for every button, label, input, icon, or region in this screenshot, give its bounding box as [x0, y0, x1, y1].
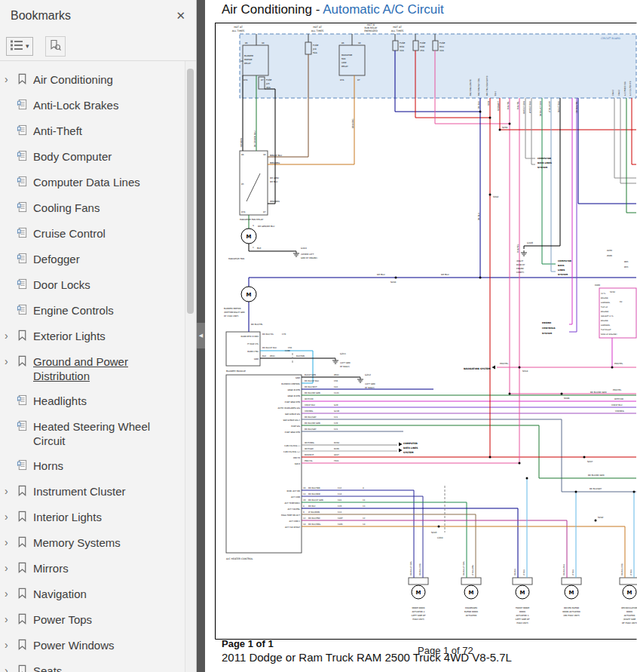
svg-text:PASSENGER: PASSENGER	[465, 606, 477, 609]
options-list-icon	[10, 40, 23, 53]
svg-text:C21: C21	[334, 416, 338, 419]
panel-title: Bookmarks	[11, 9, 71, 23]
svg-text:16: 16	[303, 487, 306, 489]
bookmark-item-headlights[interactable]: Headlights	[0, 388, 185, 414]
bookmark-label: Power Windows	[33, 638, 115, 652]
expand-chevron-icon[interactable]: ›	[5, 613, 17, 626]
bookmark-item-mirrors[interactable]: ›Mirrors	[0, 556, 185, 581]
svg-text:DK BLU/LT GRN: DK BLU/LT GRN	[463, 561, 465, 575]
bookmark-item-navigation[interactable]: ›Navigation	[0, 581, 185, 607]
svg-text:SIDE OF ENGINE): SIDE OF ENGINE)	[301, 257, 317, 259]
expand-chevron-icon[interactable]: ›	[5, 511, 17, 523]
svg-text:FUSE: FUSE	[420, 41, 426, 44]
bookmark-label: Cruise Control	[33, 226, 106, 241]
expand-chevron-icon[interactable]: ›	[5, 485, 17, 498]
bookmark-options-button[interactable]: ▾	[6, 37, 33, 56]
svg-text:S256: S256	[502, 126, 508, 129]
svg-text:SYSTEM: SYSTEM	[403, 451, 414, 454]
svg-text:PNK/YEL: PNK/YEL	[614, 362, 623, 365]
bookmark-icon	[17, 329, 33, 344]
svg-text:20: 20	[303, 499, 306, 502]
bookmark-label: Engine Controls	[33, 303, 114, 318]
document-view: Air Conditioning - Automatic A/C Circuit…	[205, 0, 637, 672]
svg-text:EVAP SNSE RTN: EVAP SNSE RTN	[285, 401, 300, 404]
svg-text:FUSE: FUSE	[313, 44, 319, 47]
svg-text:DK BLU/PNK: DK BLU/PNK	[563, 564, 565, 575]
svg-text:LT BLU: LT BLU	[572, 569, 574, 575]
svg-text:M: M	[569, 590, 574, 596]
svg-text:SSR SUNLD SIG 2: SSR SUNLD SIG 2	[283, 419, 300, 422]
bookmark-item-computer-data-lines[interactable]: Computer Data Lines	[0, 170, 185, 195]
svg-text:(LEFT SIDE OF: (LEFT SIDE OF	[515, 618, 529, 621]
panel-splitter[interactable]: ◀	[197, 0, 205, 672]
bookmark-label: Anti-Lock Brakes	[33, 98, 118, 112]
svg-text:G211: G211	[340, 352, 346, 355]
svg-text:FAN: FAN	[341, 57, 345, 60]
bookmark-item-anti-theft[interactable]: Anti-Theft	[0, 118, 185, 144]
svg-text:F921: F921	[334, 460, 339, 462]
bookmark-item-body-computer[interactable]: Body Computer	[0, 144, 185, 170]
svg-text:ENERGIZED: ENERGIZED	[364, 29, 378, 32]
bookmark-item-interior-lights[interactable]: ›Interior Lights	[0, 505, 185, 530]
bookmark-item-exterior-lights[interactable]: ›Exterior Lights	[0, 324, 185, 349]
svg-text:C200: C200	[437, 536, 443, 539]
svg-text:LINES: LINES	[558, 268, 565, 272]
bookmark-item-ground-and-power-distribution[interactable]: ›Ground and Power Distribution	[0, 349, 185, 388]
page-icon	[17, 149, 33, 164]
bookmark-item-instrument-cluster[interactable]: ›Instrument Cluster	[0, 479, 185, 505]
svg-text:D55: D55	[624, 265, 629, 268]
bookmark-label: Ground and Power Distribution	[33, 354, 184, 383]
svg-text:D264: D264	[334, 442, 339, 444]
svg-text:RELAY: RELAY	[341, 65, 348, 68]
expand-chevron-icon[interactable]: ›	[5, 330, 17, 342]
svg-text:8: 8	[303, 505, 305, 508]
svg-text:30: 30	[263, 153, 266, 156]
bookmarks-panel: Bookmarks ✕ ▾ ›Air ConditioningAnti-Lock…	[0, 0, 197, 672]
expand-chevron-icon[interactable]: ›	[5, 664, 17, 672]
svg-text:DK BLU: DK BLU	[441, 273, 449, 276]
svg-text:M: M	[627, 590, 632, 596]
bookmark-label: Mirrors	[33, 561, 69, 575]
bookmark-item-cruise-control[interactable]: Cruise Control	[0, 221, 185, 247]
scrollbar-thumb[interactable]	[187, 69, 194, 314]
svg-text:DK BLU/PNK: DK BLU/PNK	[308, 517, 320, 520]
svg-text:HARNESS,: HARNESS,	[601, 324, 611, 327]
bookmark-item-air-conditioning[interactable]: ›Air Conditioning	[0, 67, 185, 93]
svg-text:ACTUATOR 1: ACTUATOR 1	[516, 614, 528, 617]
bookmark-item-engine-controls[interactable]: Engine Controls	[0, 298, 185, 324]
svg-text:M34: M34	[400, 45, 404, 48]
bookmark-item-door-locks[interactable]: Door Locks	[0, 272, 185, 298]
svg-text:C21: C21	[334, 428, 338, 431]
expand-chevron-icon[interactable]: ›	[5, 73, 17, 86]
bookmark-item-memory-systems[interactable]: ›Memory Systems	[0, 530, 185, 556]
bookmarks-scrollbar[interactable]	[185, 61, 196, 672]
bookmark-icon	[17, 484, 33, 499]
bookmark-item-cooling-fans[interactable]: Cooling Fans	[0, 195, 185, 221]
svg-text:OF DASH): OF DASH)	[365, 387, 375, 389]
expand-chevron-icon[interactable]: ›	[5, 588, 17, 600]
bookmark-label: Seats	[33, 664, 62, 672]
bookmark-item-power-tops[interactable]: ›Power Tops	[0, 607, 185, 633]
page-icon	[17, 278, 33, 293]
bookmark-item-anti-lock-brakes[interactable]: Anti-Lock Brakes	[0, 93, 185, 118]
bookmark-item-seats[interactable]: ›Seats	[0, 658, 185, 672]
expand-chevron-icon[interactable]: ›	[5, 355, 17, 368]
bookmark-item-power-windows[interactable]: ›Power Windows	[0, 633, 185, 658]
bookmark-item-horns[interactable]: Horns	[0, 453, 185, 479]
close-panel-icon[interactable]: ✕	[176, 9, 185, 23]
circuit-link[interactable]: Automatic A/C Circuit	[323, 2, 444, 17]
svg-text:LOW: LOW	[341, 61, 347, 64]
svg-text:(RIGHT: (RIGHT	[516, 260, 524, 262]
bookmark-item-defogger[interactable]: Defogger	[0, 247, 185, 272]
expand-chevron-icon[interactable]: ›	[5, 562, 17, 575]
expand-chevron-icon[interactable]: ›	[5, 536, 17, 549]
svg-text:14: 14	[363, 523, 366, 526]
page-icon	[17, 226, 33, 241]
find-current-bookmark-button[interactable]	[45, 36, 66, 57]
bookmark-label: Cooling Fans	[33, 201, 100, 215]
svg-text:DOOR ACTUATOR: DOOR ACTUATOR	[562, 610, 580, 613]
svg-text:ALL TIMES: ALL TIMES	[391, 29, 403, 32]
bookmark-item-heated-steering-wheel-circuit[interactable]: Heated Steering Wheel Circuit	[0, 414, 185, 453]
collapse-panel-button[interactable]: ◀	[197, 323, 205, 348]
expand-chevron-icon[interactable]: ›	[5, 639, 17, 652]
